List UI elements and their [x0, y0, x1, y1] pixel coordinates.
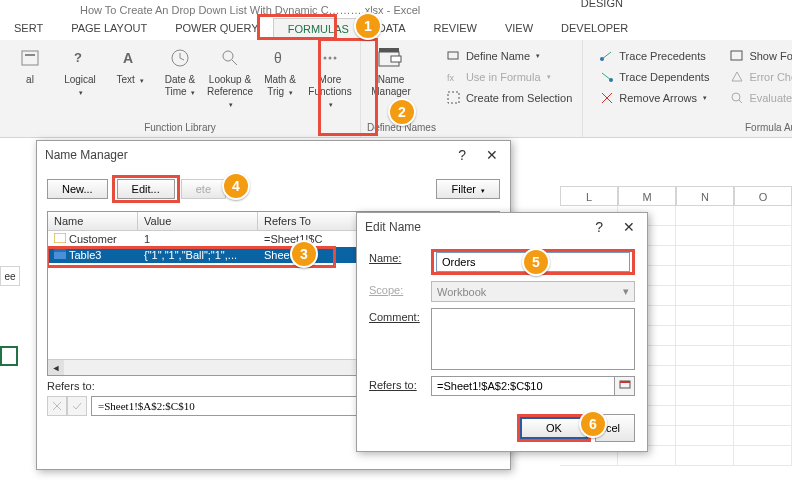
cancel-edit-icon[interactable]: [47, 396, 67, 416]
dialog-titlebar[interactable]: Edit Name ? ✕: [357, 213, 647, 241]
btn-define-name[interactable]: Define Name ▾: [442, 46, 576, 66]
refers-to-label: Refers to:: [47, 380, 95, 392]
svg-rect-26: [620, 381, 630, 383]
confirm-edit-icon[interactable]: [67, 396, 87, 416]
btn-math-trig[interactable]: θMath & Trig ▾: [256, 42, 304, 112]
selected-cell[interactable]: [0, 346, 18, 366]
svg-rect-11: [379, 48, 399, 52]
col-header[interactable]: O: [734, 186, 792, 206]
edit-button[interactable]: Edit...: [117, 179, 175, 199]
tab-design[interactable]: DESIGN: [563, 0, 650, 13]
col-name[interactable]: Name: [48, 212, 138, 230]
btn-use-in-formula[interactable]: fxUse in Formula ▾: [442, 67, 576, 87]
help-icon[interactable]: ?: [591, 219, 607, 235]
btn-financial[interactable]: al: [6, 42, 54, 112]
group-formula-auditing: Trace Precedents Trace Dependents Remove…: [583, 40, 792, 137]
btn-trace-dependents[interactable]: Trace Dependents: [595, 67, 713, 87]
svg-point-5: [223, 51, 233, 61]
svg-text:?: ?: [74, 50, 82, 65]
btn-lookup-reference[interactable]: Lookup & Reference ▾: [206, 42, 254, 112]
fx-icon: fx: [446, 69, 462, 85]
group-function-library: al ?Logical ▾ AText ▾ Date & Time ▾ Look…: [0, 40, 361, 137]
theta-icon: θ: [266, 44, 294, 72]
svg-rect-18: [731, 51, 742, 60]
svg-rect-0: [22, 51, 38, 65]
tab-formulas[interactable]: FORMULAS: [273, 18, 364, 39]
tag-icon: [446, 48, 462, 64]
callout-badge-6: 6: [579, 410, 607, 438]
btn-evaluate-formula[interactable]: Evaluate Formula: [725, 88, 792, 108]
btn-create-from-selection[interactable]: Create from Selection: [442, 88, 576, 108]
more-icon: [316, 44, 344, 72]
dialog-titlebar[interactable]: Name Manager ? ✕: [37, 141, 510, 169]
svg-rect-12: [391, 56, 401, 62]
svg-point-19: [732, 93, 740, 101]
svg-text:fx: fx: [447, 73, 455, 83]
btn-logical[interactable]: ?Logical ▾: [56, 42, 104, 112]
name-label: Name:: [369, 249, 431, 264]
btn-more-functions[interactable]: More Functions ▾: [306, 42, 354, 112]
collapse-dialog-icon[interactable]: [615, 376, 635, 396]
btn-trace-precedents[interactable]: Trace Precedents: [595, 46, 713, 66]
clock-icon: [166, 44, 194, 72]
partial-column: ee: [0, 266, 20, 286]
cell[interactable]: ee: [0, 266, 20, 286]
nm-toolbar: New... Edit... ete Filter ▾: [47, 175, 500, 203]
help-icon[interactable]: ?: [454, 147, 470, 163]
window-title: How To Create An Drop Down List With Dyn…: [0, 0, 792, 16]
filter-button[interactable]: Filter ▾: [436, 179, 500, 199]
tab-insert[interactable]: SERT: [0, 18, 57, 38]
logical-icon: ?: [66, 44, 94, 72]
evaluate-icon: [729, 90, 745, 106]
btn-name-manager[interactable]: Name Manager: [367, 42, 415, 100]
svg-rect-20: [54, 233, 66, 243]
ok-button[interactable]: OK: [520, 417, 588, 439]
svg-text:A: A: [123, 50, 133, 66]
callout-badge-5: 5: [522, 248, 550, 276]
delete-button[interactable]: ete: [181, 179, 226, 199]
col-header[interactable]: M: [618, 186, 676, 206]
lookup-icon: [216, 44, 244, 72]
remove-arrows-icon: [599, 90, 615, 106]
svg-rect-13: [448, 52, 458, 59]
col-header[interactable]: N: [676, 186, 734, 206]
new-button[interactable]: New...: [47, 179, 108, 199]
tab-developer[interactable]: DEVELOPER: [547, 18, 642, 38]
btn-error-checking[interactable]: Error Checking ▾: [725, 67, 792, 87]
svg-point-7: [324, 57, 327, 60]
btn-remove-arrows[interactable]: Remove Arrows ▾: [595, 88, 713, 108]
col-value[interactable]: Value: [138, 212, 258, 230]
btn-show-formulas[interactable]: Show Formulas: [725, 46, 792, 66]
dialog-title: Name Manager: [45, 148, 128, 162]
callout-badge-2: 2: [388, 98, 416, 126]
btn-date-time[interactable]: Date & Time ▾: [156, 42, 204, 112]
svg-point-16: [600, 57, 604, 61]
tab-power-query[interactable]: POWER QUERY: [161, 18, 273, 38]
svg-rect-15: [448, 92, 459, 103]
svg-point-8: [329, 57, 332, 60]
svg-rect-22: [54, 249, 66, 252]
scroll-left-icon[interactable]: ◄: [48, 360, 64, 376]
refers-to-label: Refers to:: [369, 376, 431, 391]
tab-review[interactable]: REVIEW: [420, 18, 491, 38]
comment-input[interactable]: [431, 308, 635, 370]
chevron-down-icon: ▾: [623, 285, 629, 298]
refers-to-input[interactable]: [431, 376, 615, 396]
trace-prec-icon: [599, 48, 615, 64]
btn-text[interactable]: AText ▾: [106, 42, 154, 112]
group-label-fn-lib: Function Library: [6, 120, 354, 135]
selection-icon: [446, 90, 462, 106]
close-icon[interactable]: ✕: [482, 147, 502, 163]
tab-view[interactable]: VIEW: [491, 18, 547, 38]
svg-text:θ: θ: [274, 50, 282, 66]
callout-badge-3: 3: [290, 240, 318, 268]
ribbon-tabs: SERT PAGE LAYOUT POWER QUERY FORMULAS DA…: [0, 16, 792, 40]
table-tools-group: TABLE TOOLS DESIGN: [563, 0, 650, 13]
close-icon[interactable]: ✕: [619, 219, 639, 235]
col-header[interactable]: L: [560, 186, 618, 206]
tab-page-layout[interactable]: PAGE LAYOUT: [57, 18, 161, 38]
svg-point-17: [609, 78, 613, 82]
svg-rect-1: [25, 54, 35, 56]
comment-label: Comment:: [369, 308, 431, 323]
financial-icon: [16, 44, 44, 72]
